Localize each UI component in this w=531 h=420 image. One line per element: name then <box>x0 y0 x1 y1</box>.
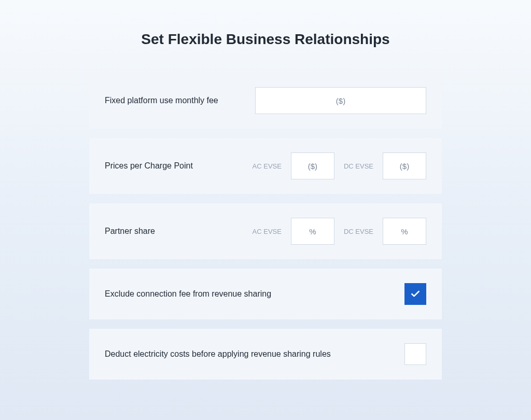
label-dc-evse: DC EVSE <box>344 162 373 170</box>
label-dc-evse: DC EVSE <box>344 228 373 235</box>
label-fixed-fee: Fixed platform use monthly fee <box>105 96 255 105</box>
row-fixed-fee: Fixed platform use monthly fee <box>89 73 442 129</box>
page-title: Set Flexible Business Relationships <box>89 31 442 48</box>
fixed-fee-input[interactable] <box>255 87 426 114</box>
label-ac-evse: AC EVSE <box>253 228 282 235</box>
label-prices-per-cp: Prices per Charge Point <box>105 161 253 171</box>
label-deduct-elec: Deduct electricity costs before applying… <box>105 349 404 359</box>
prices-ac-input[interactable] <box>291 152 334 179</box>
label-exclude-conn-fee: Exclude connection fee from revenue shar… <box>105 289 404 299</box>
row-deduct-elec: Deduct electricity costs before applying… <box>89 329 442 380</box>
prices-dc-input[interactable] <box>383 152 426 179</box>
row-exclude-conn-fee: Exclude connection fee from revenue shar… <box>89 269 442 319</box>
checkbox-deduct-elec[interactable] <box>404 343 426 365</box>
label-ac-evse: AC EVSE <box>253 162 282 170</box>
partner-share-ac-input[interactable] <box>291 218 334 245</box>
input-group-partner-share: AC EVSE DC EVSE <box>253 218 426 245</box>
input-group-prices: AC EVSE DC EVSE <box>253 152 426 179</box>
row-partner-share: Partner share AC EVSE DC EVSE <box>89 203 442 259</box>
label-partner-share: Partner share <box>105 227 253 236</box>
check-icon <box>410 289 421 299</box>
checkbox-exclude-conn-fee[interactable] <box>404 283 426 305</box>
partner-share-dc-input[interactable] <box>383 218 426 245</box>
row-prices-per-cp: Prices per Charge Point AC EVSE DC EVSE <box>89 138 442 194</box>
